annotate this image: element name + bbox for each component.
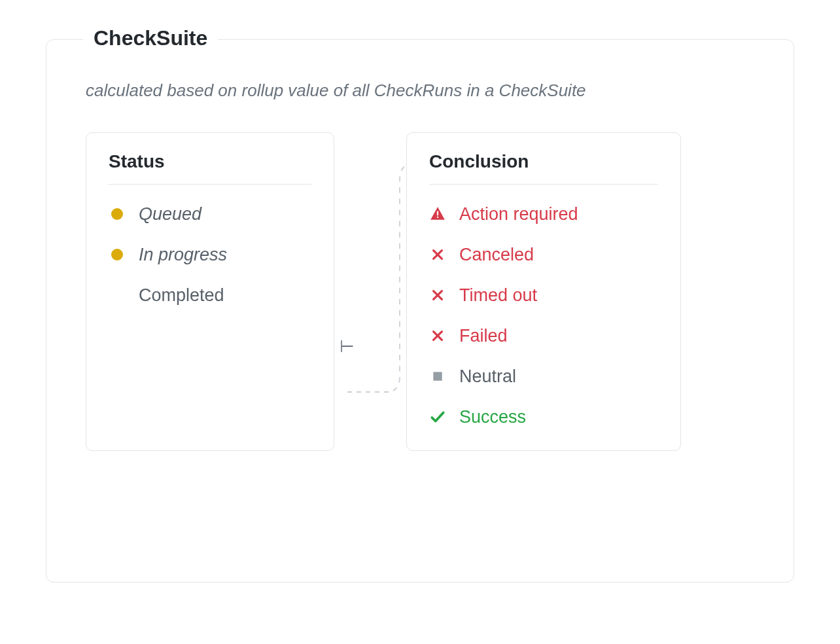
status-item-queued: Queued	[109, 200, 311, 228]
conclusion-item-action-required: Action required	[429, 200, 658, 228]
checksuite-fieldset: CheckSuite calculated based on rollup va…	[46, 39, 794, 582]
status-label: In progress	[139, 245, 227, 265]
conclusion-item-neutral: Neutral	[429, 363, 658, 390]
dot-yellow-icon	[109, 246, 126, 263]
fieldset-title: CheckSuite	[94, 26, 207, 50]
svg-point-0	[111, 208, 123, 220]
conclusion-label: Neutral	[459, 367, 516, 387]
status-label: Completed	[139, 285, 224, 306]
divider	[109, 184, 311, 185]
connector-tick-icon: ⊢	[340, 336, 355, 357]
conclusion-item-timed-out: Timed out	[429, 281, 658, 309]
dashed-connector-icon	[334, 132, 406, 451]
conclusion-item-canceled: Canceled	[429, 241, 658, 268]
conclusion-item-success: Success	[429, 403, 658, 431]
svg-point-1	[111, 249, 123, 260]
check-icon	[429, 408, 446, 425]
svg-rect-2	[437, 211, 438, 216]
x-icon	[429, 327, 446, 344]
x-icon	[429, 287, 446, 304]
fieldset-subtitle: calculated based on rollup value of all …	[86, 80, 754, 101]
conclusion-label: Action required	[459, 204, 578, 224]
svg-rect-3	[437, 217, 438, 218]
status-card: Status Queued In progress Completed	[86, 132, 334, 451]
cards-row: Status Queued In progress Completed ⊢	[86, 132, 754, 451]
fieldset-legend: CheckSuite	[83, 26, 218, 50]
divider	[429, 184, 658, 185]
status-item-in-progress: In progress	[109, 241, 311, 268]
conclusion-label: Timed out	[459, 285, 537, 306]
conclusion-item-failed: Failed	[429, 322, 658, 349]
status-item-completed: Completed	[109, 281, 311, 309]
conclusion-card: Conclusion Action required Canceled Time…	[406, 132, 681, 451]
x-icon	[429, 246, 446, 263]
status-label: Queued	[139, 204, 201, 224]
dot-yellow-icon	[109, 206, 126, 223]
conclusion-label: Success	[459, 407, 526, 427]
status-title: Status	[109, 151, 311, 172]
alert-triangle-icon	[429, 206, 446, 223]
svg-rect-4	[433, 372, 442, 380]
conclusion-label: Failed	[459, 326, 508, 346]
conclusion-title: Conclusion	[429, 151, 658, 172]
square-icon	[429, 368, 446, 385]
conclusion-label: Canceled	[459, 245, 534, 265]
